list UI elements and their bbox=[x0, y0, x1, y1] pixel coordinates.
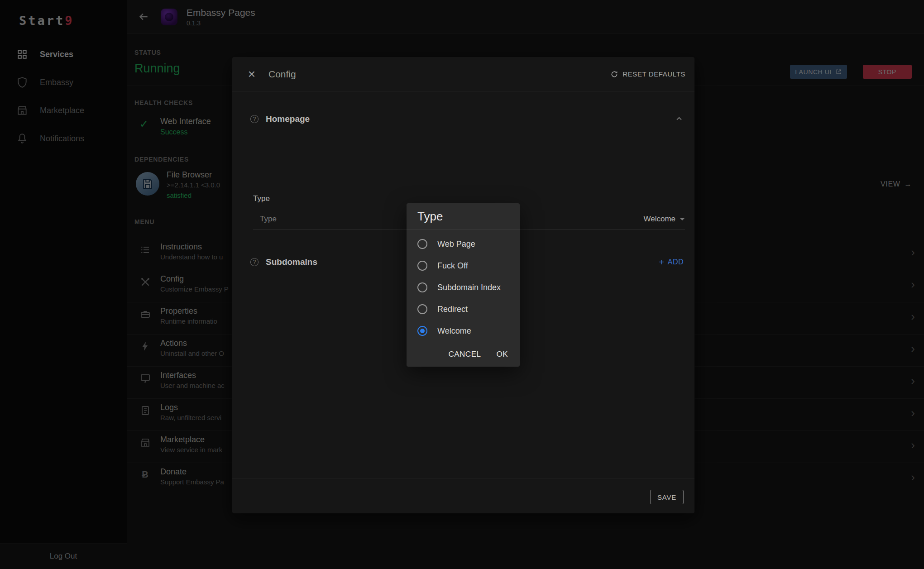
option-label: Redirect bbox=[437, 305, 468, 314]
type-dialog-buttons: CANCEL OK bbox=[407, 342, 520, 367]
app-root: Start9 Services Embassy Marketplace Noti… bbox=[0, 0, 924, 569]
type-dialog-title: Type bbox=[407, 203, 520, 230]
radio-icon[interactable] bbox=[417, 261, 427, 271]
option-label: Welcome bbox=[437, 326, 471, 336]
option-web-page[interactable]: Web Page bbox=[407, 233, 520, 255]
radio-icon[interactable] bbox=[417, 304, 427, 314]
option-subdomain-index[interactable]: Subdomain Index bbox=[407, 277, 520, 298]
option-label: Fuck Off bbox=[437, 261, 468, 271]
option-welcome[interactable]: Welcome bbox=[407, 320, 520, 342]
option-redirect[interactable]: Redirect bbox=[407, 298, 520, 320]
radio-icon[interactable] bbox=[417, 239, 427, 249]
option-label: Web Page bbox=[437, 239, 475, 249]
option-label: Subdomain Index bbox=[437, 283, 501, 292]
option-fuck-off[interactable]: Fuck Off bbox=[407, 255, 520, 277]
type-dialog: Type Web Page Fuck Off Subdomain Index R… bbox=[407, 203, 520, 367]
type-options-list: Web Page Fuck Off Subdomain Index Redire… bbox=[407, 230, 520, 342]
radio-icon[interactable] bbox=[417, 282, 427, 292]
cancel-button[interactable]: CANCEL bbox=[443, 346, 486, 363]
radio-selected-icon[interactable] bbox=[417, 326, 427, 336]
ok-button[interactable]: OK bbox=[491, 346, 513, 363]
